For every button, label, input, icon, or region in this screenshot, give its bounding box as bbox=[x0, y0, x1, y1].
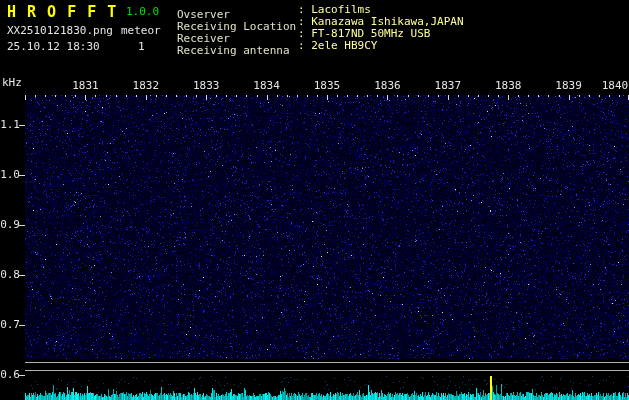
x-axis-tick-label: 1834 bbox=[253, 79, 280, 92]
y-axis-tick-label: 0.6 bbox=[0, 368, 20, 381]
info-value: : 2ele HB9CY bbox=[298, 39, 377, 52]
x-axis-tick-label: 1840 bbox=[602, 79, 629, 92]
y-axis-tick-label: 1.0 bbox=[0, 168, 20, 181]
app-title: H R O F F T bbox=[7, 3, 117, 21]
info-label: Receiving antenna bbox=[177, 44, 290, 57]
x-axis-tick-label: 1831 bbox=[72, 79, 99, 92]
y-axis-tick-label: 1.1 bbox=[0, 118, 20, 131]
x-axis-tick-label: 1837 bbox=[435, 79, 462, 92]
x-axis-tick-label: 1838 bbox=[495, 79, 522, 92]
x-axis-tick-label: 1833 bbox=[193, 79, 220, 92]
y-axis-tick-label: 0.9 bbox=[0, 218, 20, 231]
y-axis-tick-label: 0.8 bbox=[0, 268, 20, 281]
y-axis-unit-label: kHz bbox=[2, 76, 22, 89]
output-filename: XX2510121830.png bbox=[7, 24, 113, 37]
info-row-observer: Ovserver : Lacofilms bbox=[177, 3, 230, 15]
info-row-receiving-location: Receiving Location : Kanazawa Ishikawa,J… bbox=[177, 15, 296, 27]
x-axis-tick-label: 1832 bbox=[133, 79, 160, 92]
y-axis-tick-label: 0.7 bbox=[0, 318, 20, 331]
hrofft-app-window: H R O F F T 1.0.0 XX2510121830.png meteo… bbox=[0, 0, 629, 400]
record-datetime: 25.10.12 18:30 bbox=[7, 40, 100, 53]
mode-label: meteor bbox=[121, 24, 161, 37]
x-axis-tick-label: 1835 bbox=[314, 79, 341, 92]
app-version: 1.0.0 bbox=[126, 5, 159, 18]
info-row-receiver: Receiver : FT-817ND 50MHz USB bbox=[177, 27, 230, 39]
sequence-count: 1 bbox=[138, 40, 145, 53]
x-axis-tick-label: 1836 bbox=[374, 79, 401, 92]
x-axis-tick-label: 1839 bbox=[555, 79, 582, 92]
spectrogram-canvas bbox=[0, 0, 629, 400]
info-row-receiving-antenna: Receiving antenna : 2ele HB9CY bbox=[177, 39, 290, 51]
